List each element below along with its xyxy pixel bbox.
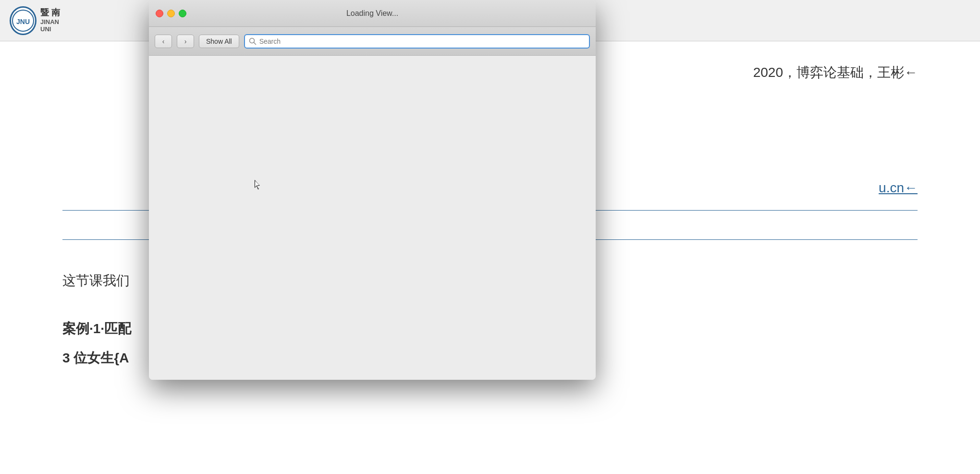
search-container[interactable] [244,34,590,49]
modal-toolbar: ‹ › Show All [149,27,596,56]
modal-window[interactable]: Loading View... ‹ › Show All [149,0,596,380]
maximize-button[interactable] [179,10,186,17]
forward-button[interactable]: › [177,35,194,48]
modal-content-area [149,56,596,380]
app-logo: JNU 暨 南 JINAN UNI [10,4,67,37]
logo-circle: JNU [10,6,37,35]
modal-title: Loading View... [346,9,398,18]
show-all-button[interactable]: Show All [199,35,239,48]
svg-line-3 [254,42,256,44]
back-button[interactable]: ‹ [155,35,172,48]
modal-titlebar: Loading View... [149,0,596,27]
search-icon [249,37,257,45]
logo-text: 暨 南 JINAN UNI [40,8,67,33]
minimize-button[interactable] [167,10,175,17]
traffic-lights [156,10,186,17]
svg-text:JNU: JNU [16,18,30,25]
close-button[interactable] [156,10,163,17]
search-input[interactable] [259,37,585,45]
